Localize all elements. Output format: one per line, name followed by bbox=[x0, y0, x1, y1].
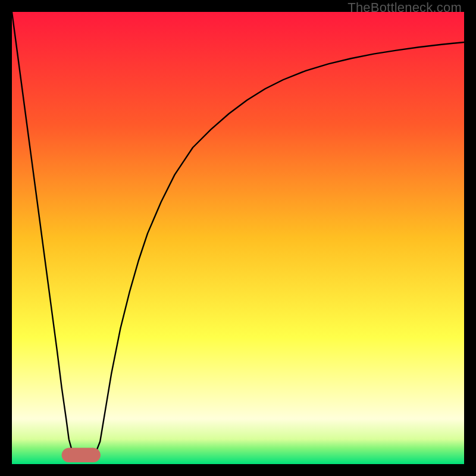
highlight-layer bbox=[62, 448, 101, 462]
chart-background bbox=[12, 12, 464, 464]
watermark-text: TheBottleneck.com bbox=[347, 0, 462, 15]
chart-frame bbox=[12, 12, 464, 464]
trough-bar bbox=[69, 448, 93, 462]
chart-svg bbox=[12, 12, 464, 464]
